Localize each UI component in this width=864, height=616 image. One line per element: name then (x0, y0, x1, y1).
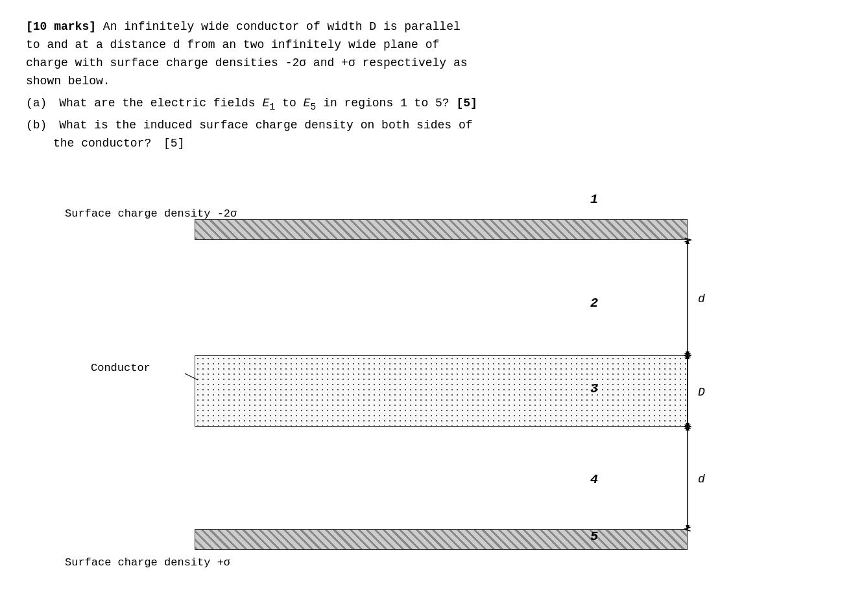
part-b-label: (b) (26, 119, 47, 132)
problem-text: [10 marks] An infinitely wide conductor … (26, 18, 804, 153)
svg-text:D: D (698, 386, 705, 399)
plate-bottom (195, 529, 688, 550)
region4-label: 4 (590, 472, 598, 487)
svg-text:d: d (698, 292, 705, 305)
part-b-line1: (b) What is the induced surface charge d… (26, 117, 804, 135)
part-b-line2: the conductor? [5] (53, 135, 804, 153)
part-a-line: (a) What are the electric fields E1 to E… (26, 95, 804, 115)
problem-line3: charge with surface charge densities -2σ… (26, 54, 804, 73)
problem-line2: to and at a distance d from an two infin… (26, 36, 804, 54)
part-b-text2: the conductor? (53, 137, 151, 150)
plate-top (195, 219, 688, 240)
part-a-text: What are the electric fields E1 to E5 in… (59, 97, 477, 110)
part-a-label: (a) (26, 97, 47, 110)
part-b-text: What is the induced surface charge densi… (59, 119, 472, 132)
region1-label: 1 (590, 192, 598, 207)
problem-line1: [10 marks] An infinitely wide conductor … (26, 18, 804, 36)
marks-label: [10 marks] (26, 20, 96, 33)
region5-label: 5 (590, 529, 598, 544)
surface-charge-bottom-label: Surface charge density +σ (65, 556, 230, 569)
part-a-marks: [5] (456, 97, 477, 110)
diagram: Surface charge density -2σ 1 2 Conductor… (65, 174, 778, 589)
surface-charge-top-label: Surface charge density -2σ (65, 207, 237, 220)
page: [10 marks] An infinitely wide conductor … (0, 0, 864, 602)
conductor-label: Conductor (91, 362, 150, 374)
region2-label: 2 (590, 296, 598, 311)
region3-label: 3 (590, 381, 598, 396)
problem-line4: shown below. (26, 73, 804, 91)
svg-text:d: d (698, 473, 705, 486)
part-b-marks: [5] (163, 137, 184, 150)
text-line1: An infinitely wide conductor of width D … (103, 20, 461, 33)
plate-conductor (195, 355, 688, 427)
